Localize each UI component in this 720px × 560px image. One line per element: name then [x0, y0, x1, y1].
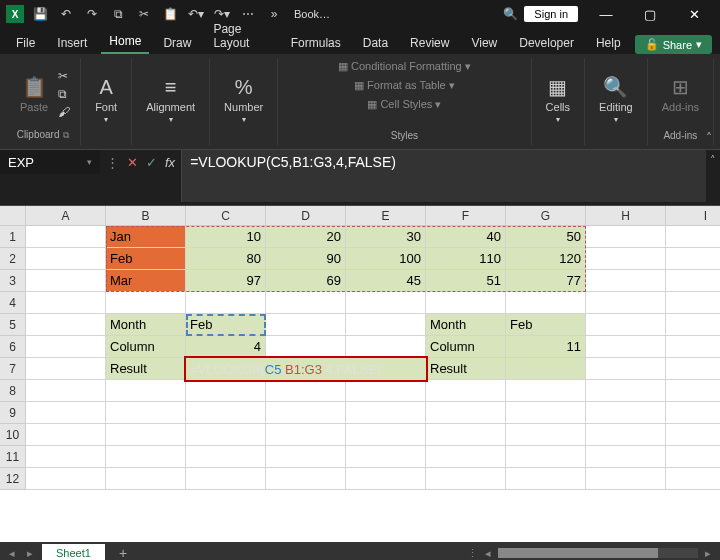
qat-undo2-icon[interactable]: ↶▾ [186, 4, 206, 24]
cell[interactable] [26, 380, 106, 402]
cell[interactable] [26, 292, 106, 314]
format-painter-button[interactable]: 🖌 [58, 105, 70, 119]
conditional-formatting-button[interactable]: ▦ Conditional Formatting ▾ [338, 60, 471, 73]
addins-button[interactable]: ⊞Add-ins [658, 71, 703, 117]
cell[interactable] [666, 248, 720, 270]
cell[interactable] [106, 446, 186, 468]
cell[interactable] [186, 446, 266, 468]
cell-F5[interactable]: Month [426, 314, 506, 336]
cell[interactable] [426, 380, 506, 402]
row-header[interactable]: 9 [0, 402, 26, 424]
cell-B5[interactable]: Month [106, 314, 186, 336]
cell[interactable] [586, 248, 666, 270]
row-header[interactable]: 6 [0, 336, 26, 358]
cell[interactable] [106, 292, 186, 314]
minimize-button[interactable]: — [586, 1, 626, 27]
cell-G5[interactable]: Feb [506, 314, 586, 336]
cancel-formula-icon[interactable]: ✕ [127, 155, 138, 170]
cell[interactable] [506, 402, 586, 424]
col-header[interactable]: A [26, 206, 106, 226]
cell-D1[interactable]: 20 [266, 226, 346, 248]
cell[interactable] [506, 380, 586, 402]
cell[interactable] [506, 446, 586, 468]
cell[interactable] [346, 424, 426, 446]
cell[interactable] [666, 336, 720, 358]
cell[interactable] [266, 446, 346, 468]
cell[interactable] [586, 468, 666, 490]
tab-formulas[interactable]: Formulas [283, 32, 349, 54]
save-icon[interactable]: 💾 [30, 4, 50, 24]
cell[interactable] [426, 292, 506, 314]
search-icon[interactable]: 🔍 [500, 4, 520, 24]
cell[interactable] [26, 270, 106, 292]
col-header[interactable]: D [266, 206, 346, 226]
cell[interactable] [666, 358, 720, 380]
cell[interactable] [186, 424, 266, 446]
row-header[interactable]: 8 [0, 380, 26, 402]
cell[interactable] [266, 402, 346, 424]
tab-insert[interactable]: Insert [49, 32, 95, 54]
cell[interactable] [586, 336, 666, 358]
row-header[interactable]: 10 [0, 424, 26, 446]
share-button[interactable]: 🔓Share▾ [635, 35, 712, 54]
cell[interactable] [426, 468, 506, 490]
cell[interactable] [266, 424, 346, 446]
cell[interactable] [346, 446, 426, 468]
cut-icon[interactable]: ✂ [134, 4, 154, 24]
collapse-ribbon-icon[interactable]: ˄ [706, 131, 712, 145]
cell-C1[interactable]: 10 [186, 226, 266, 248]
row-header[interactable]: 5 [0, 314, 26, 336]
enter-formula-icon[interactable]: ✓ [146, 155, 157, 170]
cell-C6[interactable]: 4 [186, 336, 266, 358]
name-box[interactable]: EXP▾ [0, 150, 100, 174]
col-header[interactable]: F [426, 206, 506, 226]
qat-copy-icon[interactable]: ⧉ [108, 4, 128, 24]
cell-E3[interactable]: 45 [346, 270, 426, 292]
cell[interactable] [426, 402, 506, 424]
format-as-table-button[interactable]: ▦ Format as Table ▾ [354, 79, 455, 92]
row-header[interactable]: 2 [0, 248, 26, 270]
clipboard-launcher-icon[interactable]: ⧉ [63, 130, 69, 140]
cell[interactable] [26, 402, 106, 424]
cell[interactable] [346, 314, 426, 336]
tab-home[interactable]: Home [101, 30, 149, 54]
cell-G6[interactable]: 11 [506, 336, 586, 358]
cell[interactable] [26, 336, 106, 358]
cell[interactable] [586, 226, 666, 248]
cell[interactable] [506, 424, 586, 446]
expand-formula-icon[interactable]: ˄ [706, 150, 720, 171]
cell[interactable] [266, 314, 346, 336]
row-header[interactable]: 4 [0, 292, 26, 314]
cell[interactable] [266, 336, 346, 358]
undo-icon[interactable]: ↶ [56, 4, 76, 24]
horizontal-scrollbar[interactable] [498, 548, 698, 558]
cut-button[interactable]: ✂ [58, 69, 70, 83]
cell[interactable] [186, 292, 266, 314]
cell[interactable] [586, 402, 666, 424]
cell[interactable] [666, 314, 720, 336]
cell[interactable] [106, 468, 186, 490]
col-header[interactable]: B [106, 206, 186, 226]
tab-file[interactable]: File [8, 32, 43, 54]
cell[interactable] [346, 380, 426, 402]
hscroll-left-icon[interactable]: ◂ [482, 547, 494, 560]
maximize-button[interactable]: ▢ [630, 1, 670, 27]
cell[interactable] [26, 468, 106, 490]
cell-C2[interactable]: 80 [186, 248, 266, 270]
cell-F3[interactable]: 51 [426, 270, 506, 292]
cell[interactable] [26, 248, 106, 270]
cells-button[interactable]: ▦Cells▾ [542, 71, 574, 128]
cell-styles-button[interactable]: ▦ Cell Styles ▾ [367, 98, 441, 111]
cell-B6[interactable]: Column [106, 336, 186, 358]
cell-F2[interactable]: 110 [426, 248, 506, 270]
sheet-nav-prev-icon[interactable]: ◂ [6, 547, 18, 560]
cell[interactable] [186, 468, 266, 490]
tab-draw[interactable]: Draw [155, 32, 199, 54]
cell[interactable] [586, 314, 666, 336]
cell-G7[interactable] [506, 358, 586, 380]
editing-button[interactable]: 🔍Editing▾ [595, 71, 637, 128]
cell-C3[interactable]: 97 [186, 270, 266, 292]
row-header[interactable]: 1 [0, 226, 26, 248]
cell[interactable] [586, 270, 666, 292]
select-all-corner[interactable] [0, 206, 26, 226]
